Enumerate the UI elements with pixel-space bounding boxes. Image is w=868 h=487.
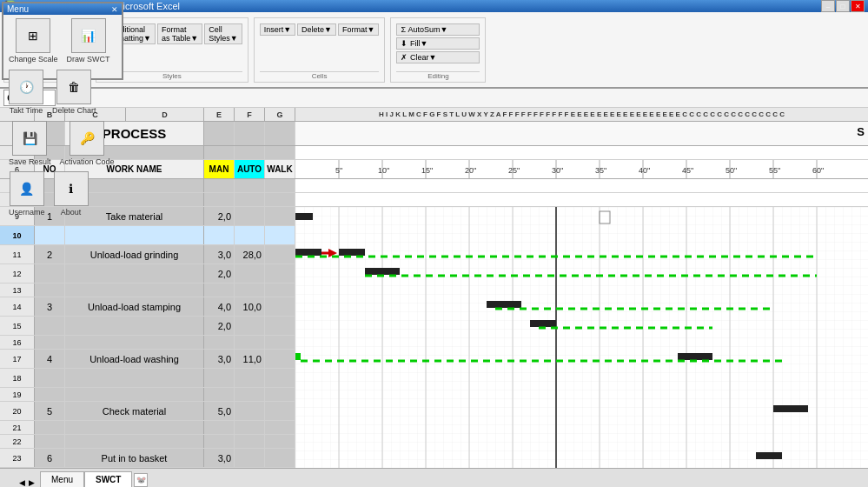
- save-result-button[interactable]: 💾 Save Result: [5, 119, 55, 169]
- row-10-num: 10: [0, 226, 35, 244]
- title-bar: 📗 [Compatibility Mode] - Microsoft Excel…: [0, 0, 868, 12]
- takt-time-icon: 🕐: [9, 70, 43, 104]
- row-10-d: [65, 226, 204, 244]
- activation-code-label: Activation Code: [60, 157, 115, 167]
- row-19: 19: [0, 388, 295, 402]
- menu-window: Menu ✕ ⊞ Change Scale 📊 Draw SWCT 🕐 Takt…: [2, 2, 123, 80]
- row-13-f: [235, 284, 265, 297]
- gantt-header-row4: S: [295, 122, 868, 146]
- restore-button[interactable]: □: [836, 0, 850, 12]
- activation-code-button[interactable]: 🔑 Activation Code: [56, 119, 118, 169]
- row-17-name: Unload-load washing: [65, 350, 204, 368]
- svg-rect-48: [487, 301, 521, 308]
- menu-close-icon[interactable]: ✕: [111, 5, 118, 14]
- format-cells-button[interactable]: Format▼: [338, 23, 379, 36]
- row-12-man: 2,0: [204, 264, 235, 283]
- row-15: 15 2,0: [0, 317, 295, 336]
- svg-rect-44: [339, 249, 365, 256]
- row-11-name: Unload-load grinding: [65, 245, 204, 264]
- row-19-g: [265, 388, 295, 401]
- row-7-e: [204, 179, 235, 192]
- row-11-no: 2: [35, 245, 65, 264]
- delete-chart-icon: 🗑: [56, 70, 91, 104]
- svg-text:35": 35": [595, 166, 606, 175]
- about-icon: ℹ: [54, 171, 89, 206]
- draw-swct-button[interactable]: 📊 Draw SWCT: [63, 17, 114, 66]
- row-22: 22: [0, 435, 295, 449]
- col-g-header: G: [265, 108, 295, 121]
- svg-text:60": 60": [812, 166, 824, 175]
- window-controls: – □ ✕: [820, 0, 865, 12]
- delete-chart-button[interactable]: 🗑 Delete Chart: [49, 68, 100, 117]
- row-14: 14 3 Unload-load stamping 4,0 10,0: [0, 297, 295, 317]
- delete-cells-button[interactable]: Delete▼: [297, 23, 336, 36]
- about-label: About: [61, 208, 82, 217]
- svg-text:5": 5": [335, 166, 342, 175]
- row-15-b: [35, 317, 65, 335]
- col-walk-header: WALK: [265, 160, 295, 178]
- svg-rect-38: [295, 213, 313, 220]
- col-f-header: F: [235, 108, 265, 121]
- row-8-f: [235, 193, 265, 206]
- row-15-num: 15: [0, 317, 35, 335]
- gantt-time-marks-svg: 5" 10" 15" 20" 25" 30" 35": [295, 160, 868, 179]
- insert-cells-button[interactable]: Insert▼: [260, 23, 295, 36]
- cell-styles-button[interactable]: CellStyles▼: [204, 23, 242, 44]
- formula-bar: fx: [0, 89, 868, 108]
- row-13: 13: [0, 284, 295, 297]
- row-10: 10: [0, 226, 295, 245]
- row-12: 12 2,0: [0, 264, 295, 284]
- format-as-table-button[interactable]: Formatas Table▼: [157, 23, 202, 44]
- row-13-g: [265, 284, 295, 297]
- save-result-icon: 💾: [12, 121, 47, 156]
- tab-next-button[interactable]: ▶: [27, 478, 36, 487]
- svg-marker-42: [295, 249, 297, 257]
- menu-window-title: Menu ✕: [3, 3, 122, 15]
- about-button[interactable]: ℹ About: [50, 170, 92, 219]
- clear-button[interactable]: ✗ Clear▼: [396, 51, 480, 63]
- row-12-b: [35, 264, 65, 283]
- row-10-g: [265, 226, 295, 244]
- formula-input[interactable]: [71, 93, 865, 103]
- row-21: 21: [0, 421, 295, 435]
- username-icon: 👤: [10, 171, 44, 206]
- row-17-auto: 11,0: [235, 350, 265, 368]
- row-20-auto: [235, 402, 265, 420]
- svg-text:15": 15": [421, 166, 433, 175]
- username-button[interactable]: 👤 Username: [5, 170, 49, 219]
- sheet-tab-menu[interactable]: Menu: [40, 471, 84, 487]
- row-17-man: 3,0: [204, 350, 235, 368]
- row-16: 16: [0, 336, 295, 350]
- takt-time-button[interactable]: 🕐 Takt Time: [5, 68, 47, 117]
- row-18-b: [35, 369, 65, 387]
- row-19-d: [65, 388, 204, 401]
- row-21-b: [35, 421, 65, 434]
- row-18-num: 18: [0, 369, 35, 387]
- row-5-f: [235, 146, 265, 159]
- row-18-d: [65, 369, 204, 387]
- gantt-col-headers: H I J K L M C F G F S T L U W X Y Z A F …: [295, 108, 868, 121]
- close-button[interactable]: ✕: [851, 0, 865, 12]
- editing-group-label: Editing: [396, 71, 480, 80]
- add-sheet-button[interactable]: 🐭: [134, 473, 148, 487]
- change-scale-icon: ⊞: [16, 18, 50, 53]
- row-23-num: 23: [0, 449, 35, 467]
- svg-rect-46: [365, 268, 400, 275]
- row-9-auto: [235, 207, 265, 225]
- autosum-button[interactable]: Σ AutoSum▼: [396, 23, 480, 36]
- tab-prev-button[interactable]: ◀: [17, 478, 27, 487]
- sheet-tab-swct[interactable]: SWCT: [84, 471, 132, 487]
- row-15-walk: [265, 317, 295, 335]
- row-22-d: [65, 435, 204, 448]
- svg-rect-56: [756, 452, 782, 459]
- row-13-d: [65, 284, 204, 297]
- username-label: Username: [9, 208, 45, 217]
- minimize-button[interactable]: –: [821, 0, 835, 12]
- row-20-man: 5,0: [204, 402, 235, 420]
- fill-button[interactable]: ⬇ Fill▼: [396, 37, 480, 50]
- ribbon: General $ % , Number ConditionalFormatti…: [0, 12, 868, 89]
- change-scale-button[interactable]: ⊞ Change Scale: [5, 17, 62, 66]
- draw-swct-icon: 📊: [71, 18, 106, 53]
- row-18-e: [204, 369, 235, 387]
- svg-rect-24: [295, 207, 868, 468]
